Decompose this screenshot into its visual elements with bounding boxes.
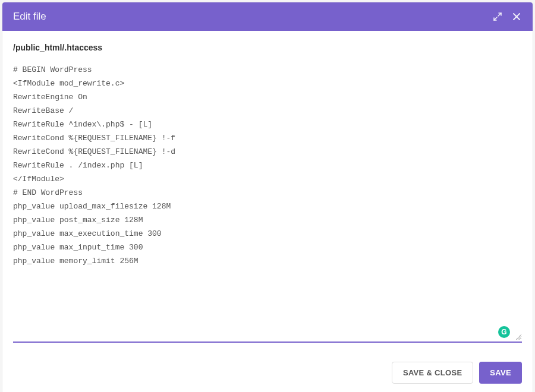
modal-footer: SAVE & CLOSE SAVE (2, 353, 533, 392)
save-button[interactable]: SAVE (479, 362, 522, 384)
file-content-editor[interactable] (13, 63, 522, 342)
modal-title: Edit file (13, 11, 46, 23)
close-icon[interactable] (511, 11, 522, 22)
edit-file-modal: Edit file /public_html/.htaccess (2, 2, 533, 392)
modal-header: Edit file (2, 2, 533, 31)
modal-header-actions (492, 11, 522, 22)
modal-body: /public_html/.htaccess G (2, 31, 533, 353)
file-path: /public_html/.htaccess (13, 43, 522, 52)
grammarly-icon[interactable]: G (498, 326, 510, 338)
editor-wrapper: G (13, 63, 522, 343)
expand-icon[interactable] (492, 11, 503, 22)
resize-handle[interactable] (515, 333, 522, 340)
save-close-button[interactable]: SAVE & CLOSE (392, 362, 473, 384)
